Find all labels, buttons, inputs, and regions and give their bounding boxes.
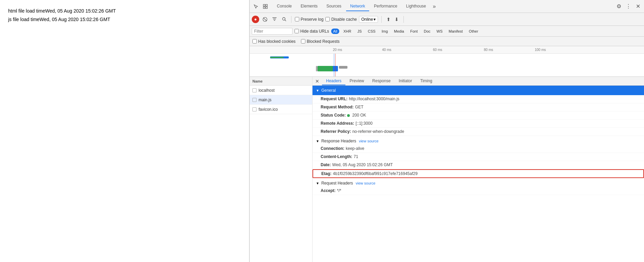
detail-close-icon[interactable]: ✕ xyxy=(314,78,321,85)
file-checkbox-favicon[interactable] xyxy=(252,107,257,111)
detail-tab-preview[interactable]: Preview xyxy=(345,77,368,85)
import-button[interactable]: ⬆ xyxy=(385,16,392,23)
filter-all-button[interactable]: All xyxy=(331,29,339,34)
tab-network[interactable]: Network xyxy=(346,2,369,11)
devtools-panel: Console Elements Sources Network Perform… xyxy=(249,0,644,262)
svg-rect-0 xyxy=(263,4,265,6)
ruler-mark-80: 80 ms xyxy=(484,48,493,52)
toolbar-divider-3 xyxy=(403,16,404,23)
date-row: Date: Wed, 05 Aug 2020 15:02:26 GMT xyxy=(312,161,644,169)
request-url-row: Request URL: http://localhost:3000/main.… xyxy=(312,95,644,103)
response-headers-header[interactable]: ▼ Response Headers view source xyxy=(312,137,644,145)
blocked-row: Has blocked cookies Blocked Requests xyxy=(250,37,644,46)
status-green-dot xyxy=(347,114,350,117)
detail-content: ▼ General Request URL: http://localhost:… xyxy=(312,86,644,262)
hide-data-urls-checkbox[interactable]: Hide data URLs xyxy=(295,29,329,34)
detail-panel: ✕ Headers Preview Response Initiator Tim… xyxy=(312,77,644,262)
devtools-settings: ⚙ ⋮ ✕ xyxy=(615,2,642,11)
throttle-select[interactable]: Online ▾ xyxy=(359,16,378,23)
devtools-tab-bar: Console Elements Sources Network Perform… xyxy=(250,0,644,13)
remote-address-row: Remote Address: [::1]:3000 xyxy=(312,120,644,128)
more-tabs-icon[interactable]: » xyxy=(431,2,438,11)
tab-lighthouse[interactable]: Lighthouse xyxy=(402,2,430,11)
content-length-row: Content-Length: 71 xyxy=(312,153,644,161)
search-icon[interactable] xyxy=(280,16,288,23)
filter-doc-button[interactable]: Doc xyxy=(422,29,433,34)
detail-tab-timing[interactable]: Timing xyxy=(416,77,436,85)
detail-tabs: ✕ Headers Preview Response Initiator Tim… xyxy=(312,77,644,86)
filter-row: Hide data URLs All XHR JS CSS Img Media … xyxy=(250,26,644,37)
devtools-icons xyxy=(252,2,269,11)
svg-rect-2 xyxy=(263,7,265,8)
file-item-localhost[interactable]: localhost xyxy=(250,86,312,95)
js-load-time: js file load timeWed, 05 Aug 2020 15:02:… xyxy=(8,15,241,24)
filter-ws-button[interactable]: WS xyxy=(435,29,445,34)
record-button[interactable]: ● xyxy=(252,16,259,23)
filter-js-button[interactable]: JS xyxy=(355,29,364,34)
referrer-policy-row: Referrer Policy: no-referrer-when-downgr… xyxy=(312,128,644,136)
main-area: Name localhost main.js favicon.ico ✕ Hea… xyxy=(250,77,644,262)
left-panel: html file load timeWed, 05 Aug 2020 15:0… xyxy=(0,0,249,262)
settings-gear-icon[interactable]: ⚙ xyxy=(615,2,623,11)
blocked-requests-checkbox[interactable]: Blocked Requests xyxy=(301,39,340,44)
svg-rect-1 xyxy=(266,4,267,6)
file-checkbox-mainjs[interactable] xyxy=(252,98,257,102)
svg-rect-3 xyxy=(266,7,267,8)
inspect-icon[interactable] xyxy=(261,2,269,11)
filter-icon[interactable] xyxy=(271,16,278,23)
ruler-mark-60: 60 ms xyxy=(433,48,442,52)
import-export-buttons: ⬆ ⬇ xyxy=(385,16,400,23)
general-section-header[interactable]: ▼ General xyxy=(312,86,644,95)
request-method-row: Request Method: GET xyxy=(312,103,644,111)
disable-cache-checkbox[interactable]: Disable cache xyxy=(325,17,357,22)
response-headers-triangle-icon: ▼ xyxy=(316,139,319,143)
ruler-mark-40: 40 ms xyxy=(382,48,391,52)
status-code-row: Status Code: 200 OK xyxy=(312,111,644,120)
svg-line-7 xyxy=(285,20,286,21)
filter-css-button[interactable]: CSS xyxy=(366,29,378,34)
export-button[interactable]: ⬇ xyxy=(393,16,400,23)
filter-media-button[interactable]: Media xyxy=(392,29,406,34)
detail-tab-headers[interactable]: Headers xyxy=(322,77,345,85)
filter-manifest-button[interactable]: Manifest xyxy=(447,29,465,34)
request-headers-view-source[interactable]: view source xyxy=(356,181,375,185)
response-headers-view-source[interactable]: view source xyxy=(359,139,379,143)
html-load-time: html file load timeWed, 05 Aug 2020 15:0… xyxy=(8,7,241,15)
general-triangle-icon: ▼ xyxy=(316,89,319,92)
file-checkbox-localhost[interactable] xyxy=(252,88,257,92)
etag-row: Etag: 4b1f0259b32390df6baf991c917efe7169… xyxy=(312,169,644,178)
timeline-content xyxy=(250,54,644,76)
close-devtools-icon[interactable]: ✕ xyxy=(634,2,642,11)
filter-xhr-button[interactable]: XHR xyxy=(341,29,353,34)
cursor-icon[interactable] xyxy=(252,2,260,11)
preserve-log-checkbox[interactable]: Preserve log xyxy=(295,17,323,22)
toolbar-divider-1 xyxy=(291,16,291,23)
svg-point-6 xyxy=(282,18,285,20)
filter-other-button[interactable]: Other xyxy=(467,29,480,34)
file-item-favicon[interactable]: favicon.ico xyxy=(250,105,312,114)
ruler-mark-20: 20 ms xyxy=(333,48,342,52)
timeline-area: 20 ms 40 ms 60 ms 80 ms 100 ms xyxy=(250,46,644,77)
has-blocked-cookies-checkbox[interactable]: Has blocked cookies xyxy=(252,39,296,44)
filter-font-button[interactable]: Font xyxy=(408,29,420,34)
timeline-ruler: 20 ms 40 ms 60 ms 80 ms 100 ms xyxy=(250,46,644,54)
file-list-header: Name xyxy=(250,77,312,86)
request-headers-triangle-icon: ▼ xyxy=(316,181,319,185)
tab-sources[interactable]: Sources xyxy=(322,2,345,11)
svg-line-5 xyxy=(263,18,267,21)
toolbar-divider-2 xyxy=(381,16,382,23)
ruler-mark-100: 100 ms xyxy=(535,48,546,52)
filter-img-button[interactable]: Img xyxy=(380,29,390,34)
filter-input[interactable] xyxy=(252,28,292,35)
detail-tab-response[interactable]: Response xyxy=(368,77,395,85)
tab-elements[interactable]: Elements xyxy=(297,2,322,11)
connection-row: Connection: keep-alive xyxy=(312,145,644,153)
detail-tab-initiator[interactable]: Initiator xyxy=(395,77,416,85)
file-item-mainjs[interactable]: main.js xyxy=(250,95,312,105)
tab-performance[interactable]: Performance xyxy=(370,2,401,11)
request-headers-header[interactable]: ▼ Request Headers view source xyxy=(312,179,644,187)
accept-row: Accept: */* xyxy=(312,187,644,195)
stop-button[interactable] xyxy=(261,16,269,23)
more-options-icon[interactable]: ⋮ xyxy=(624,2,632,11)
tab-console[interactable]: Console xyxy=(273,2,296,11)
